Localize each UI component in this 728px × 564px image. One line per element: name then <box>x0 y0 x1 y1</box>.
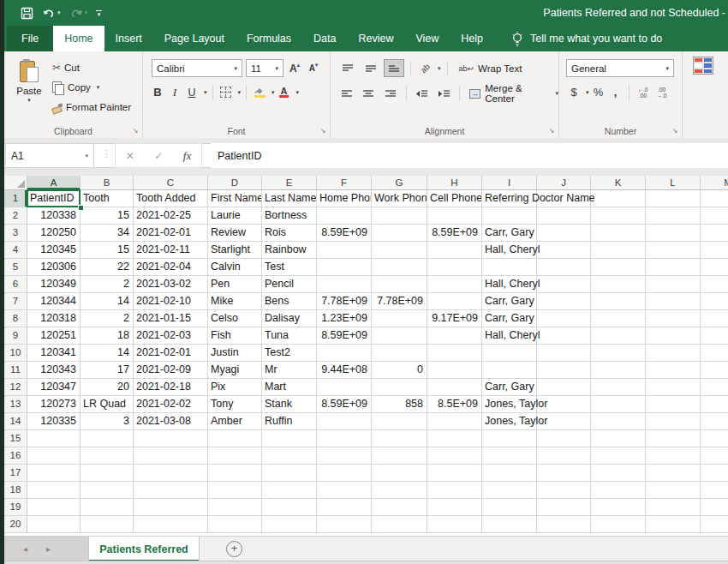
cell-B5[interactable]: 22 <box>81 259 134 276</box>
font-family-combo[interactable]: Calibri ▾ <box>152 59 242 77</box>
cell-H13[interactable]: 8.5E+09 <box>427 396 482 413</box>
grow-font-button[interactable]: A▴ <box>287 59 302 77</box>
cell-M18[interactable] <box>701 482 728 499</box>
cell-K4[interactable] <box>591 242 646 259</box>
cell-L12[interactable] <box>646 379 701 396</box>
cell-K20[interactable] <box>591 516 646 533</box>
cell-K1[interactable] <box>591 190 646 207</box>
cell-H3[interactable]: 8.59E+09 <box>427 225 482 242</box>
cell-D12[interactable]: Pix <box>208 379 262 396</box>
cell-J6[interactable] <box>537 276 591 293</box>
cell-M13[interactable] <box>701 396 728 413</box>
underline-button[interactable]: U <box>184 83 200 101</box>
cell-F20[interactable] <box>317 516 372 533</box>
paste-button[interactable]: Paste ▾ <box>9 57 49 130</box>
cell-L3[interactable] <box>646 225 701 242</box>
column-header-F[interactable]: F <box>317 176 372 190</box>
column-header-K[interactable]: K <box>591 176 646 190</box>
alignment-dialog-launcher[interactable]: ↘ <box>547 127 556 135</box>
cell-H17[interactable] <box>427 465 482 482</box>
cell-B13[interactable]: LR Quad <box>81 396 134 413</box>
cell-H19[interactable] <box>427 499 482 516</box>
cell-G13[interactable]: 858 <box>372 396 427 413</box>
cell-C3[interactable]: 2021-02-01 <box>134 225 208 242</box>
cell-H5[interactable] <box>427 259 482 276</box>
column-header-H[interactable]: H <box>427 176 482 190</box>
cell-C14[interactable]: 2021-03-08 <box>134 413 208 430</box>
cell-K16[interactable] <box>591 447 646 465</box>
cell-H15[interactable] <box>427 430 482 447</box>
cell-A2[interactable]: 120338 <box>27 207 81 225</box>
cell-D2[interactable]: Laurie <box>208 207 262 225</box>
cell-B9[interactable]: 18 <box>81 327 134 345</box>
formula-input[interactable]: PatientID <box>211 143 728 168</box>
cell-D1[interactable]: First Name <box>208 190 262 207</box>
cell-B15[interactable] <box>81 430 134 447</box>
cell-F18[interactable] <box>317 482 372 499</box>
cell-K12[interactable] <box>591 379 646 396</box>
cell-L19[interactable] <box>646 499 701 516</box>
cell-E10[interactable]: Test2 <box>262 345 317 362</box>
row-header-9[interactable]: 9 <box>4 327 27 345</box>
cell-E11[interactable]: Mr <box>262 362 317 379</box>
cell-D7[interactable]: Mike <box>208 293 262 310</box>
cell-F19[interactable] <box>317 499 372 516</box>
cell-E2[interactable]: Bortness <box>262 207 317 225</box>
cell-J18[interactable] <box>537 482 591 499</box>
font-color-button[interactable]: A <box>277 83 292 101</box>
copy-caret-icon[interactable]: ▾ <box>97 84 100 91</box>
cell-G20[interactable] <box>372 516 427 533</box>
cell-B17[interactable] <box>81 465 134 482</box>
cell-I14[interactable]: Jones, Taylor <box>482 413 537 430</box>
cell-G11[interactable]: 0 <box>372 362 427 379</box>
cell-M17[interactable] <box>701 465 728 482</box>
ribbon-tab-data[interactable]: Data <box>302 26 347 51</box>
row-header-13[interactable]: 13 <box>4 396 27 413</box>
cell-K8[interactable] <box>591 310 646 327</box>
fill-color-caret-icon[interactable]: ▾ <box>272 89 275 96</box>
ribbon-tab-review[interactable]: Review <box>347 26 404 51</box>
cell-C7[interactable]: 2021-02-10 <box>134 293 208 310</box>
cell-H2[interactable] <box>427 207 482 225</box>
cell-D10[interactable]: Justin <box>208 345 262 362</box>
accounting-caret-icon[interactable]: ▾ <box>586 89 589 96</box>
cell-J16[interactable] <box>537 447 591 465</box>
cell-J15[interactable] <box>537 430 591 447</box>
cell-G9[interactable] <box>372 327 427 345</box>
cell-I15[interactable] <box>482 430 537 447</box>
cell-F11[interactable]: 9.44E+08 <box>317 362 372 379</box>
cell-C19[interactable] <box>134 499 208 516</box>
redo-button[interactable]: ▾ <box>69 8 88 19</box>
cell-H20[interactable] <box>427 516 482 533</box>
row-header-14[interactable]: 14 <box>4 413 27 430</box>
number-dialog-launcher[interactable]: ↘ <box>671 127 679 135</box>
cell-A11[interactable]: 120343 <box>27 362 81 379</box>
cell-L8[interactable] <box>646 310 701 327</box>
cell-J2[interactable] <box>537 207 591 225</box>
cell-C17[interactable] <box>134 465 208 482</box>
cell-J8[interactable] <box>537 310 591 327</box>
cell-E7[interactable]: Bens <box>262 293 317 310</box>
column-header-D[interactable]: D <box>208 176 262 190</box>
cell-L16[interactable] <box>646 447 701 465</box>
cell-I18[interactable] <box>482 482 537 499</box>
cell-J7[interactable] <box>537 293 591 310</box>
column-header-M[interactable]: M <box>701 176 728 190</box>
redo-caret-icon[interactable]: ▾ <box>85 9 88 16</box>
cell-I2[interactable] <box>482 207 537 225</box>
cell-I3[interactable]: Carr, Gary <box>482 225 537 242</box>
cell-D4[interactable]: Starlight <box>208 242 262 259</box>
cell-K10[interactable] <box>591 345 646 362</box>
cell-D20[interactable] <box>208 516 262 533</box>
cell-I20[interactable] <box>482 516 537 533</box>
cell-C2[interactable]: 2021-02-25 <box>134 207 208 225</box>
cell-F16[interactable] <box>317 447 372 465</box>
cell-H18[interactable] <box>427 482 482 499</box>
cell-J9[interactable] <box>537 327 591 345</box>
cell-H12[interactable] <box>427 379 482 396</box>
column-header-J[interactable]: J <box>537 176 591 190</box>
cell-C12[interactable]: 2021-02-18 <box>134 379 208 396</box>
cell-M2[interactable] <box>701 207 728 225</box>
cell-E1[interactable]: Last Name <box>262 190 317 207</box>
cell-K11[interactable] <box>591 362 646 379</box>
